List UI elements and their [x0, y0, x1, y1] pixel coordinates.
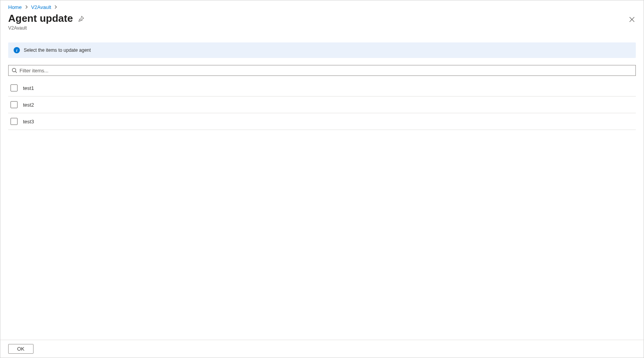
chevron-right-icon	[54, 5, 57, 9]
filter-box[interactable]	[8, 65, 636, 76]
list-item-label: test1	[23, 85, 34, 91]
footer: OK	[0, 340, 644, 358]
chevron-right-icon	[25, 5, 28, 9]
breadcrumb-home[interactable]: Home	[8, 4, 22, 10]
header: Agent update V2Avault	[0, 12, 644, 31]
breadcrumb-vault[interactable]: V2Avault	[31, 4, 51, 10]
breadcrumb: Home V2Avault	[0, 0, 644, 12]
title-row: Agent update	[8, 12, 85, 25]
page-subtitle: V2Avault	[8, 25, 85, 31]
list: test1 test2 test3	[8, 80, 636, 130]
list-item[interactable]: test3	[8, 113, 636, 130]
svg-point-2	[12, 68, 16, 72]
info-icon: i	[14, 47, 20, 53]
filter-input[interactable]	[19, 68, 632, 74]
content: i Select the items to update agent test1…	[0, 31, 644, 340]
ok-button[interactable]: OK	[8, 344, 34, 354]
header-left: Agent update V2Avault	[8, 12, 85, 31]
checkbox[interactable]	[11, 101, 18, 108]
close-icon[interactable]	[628, 16, 636, 23]
page-title: Agent update	[8, 12, 73, 25]
search-icon	[12, 68, 17, 73]
list-item[interactable]: test1	[8, 80, 636, 97]
checkbox[interactable]	[11, 84, 18, 91]
pin-icon[interactable]	[78, 16, 85, 22]
info-banner: i Select the items to update agent	[8, 42, 636, 58]
checkbox[interactable]	[11, 118, 18, 125]
info-banner-text: Select the items to update agent	[24, 47, 91, 53]
list-item[interactable]: test2	[8, 97, 636, 113]
list-item-label: test3	[23, 119, 34, 125]
list-item-label: test2	[23, 102, 34, 108]
svg-line-3	[16, 72, 17, 73]
